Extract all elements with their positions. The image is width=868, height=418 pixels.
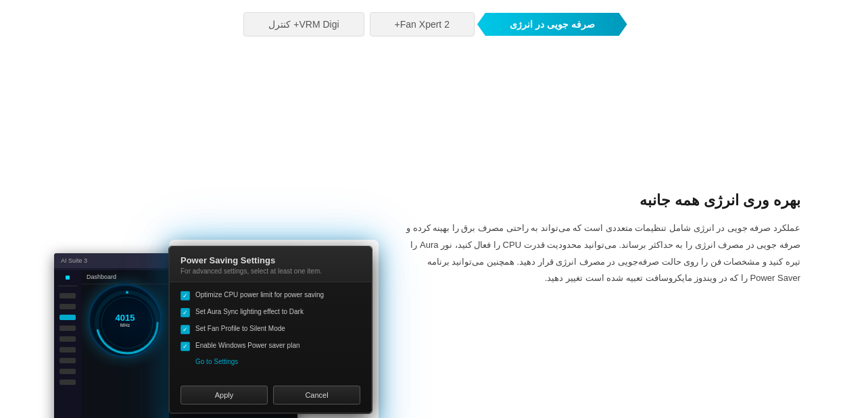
gauge-value: 4015 MHz [116, 313, 135, 329]
checkbox-item-3: ✓ Set Fan Profile to Silent Mode [180, 324, 360, 334]
checkbox-item-4: ✓ Enable Windows Power saver plan [180, 341, 360, 351]
sidebar-item-5 [59, 336, 76, 342]
text-content: بهره وری انرژی همه جانبه عملکرد صرفه جوی… [392, 192, 827, 287]
checkbox-item-2: ✓ Set Aura Sync lighting effect to Dark [180, 307, 360, 317]
dialog-header: Power Saving Settings For advanced setti… [170, 247, 371, 282]
tab-fan[interactable]: Fan Xpert 2+ [370, 12, 475, 36]
svg-point-3 [126, 291, 128, 294]
dialog-title: Power Saving Settings [180, 255, 360, 265]
goto-settings-link[interactable]: Go to Settings [195, 358, 360, 365]
checkbox-2[interactable]: ✓ [180, 308, 190, 317]
dialog-body: ✓ Optimize CPU power limit for power sav… [170, 282, 371, 380]
checkbox-3[interactable]: ✓ [180, 325, 190, 334]
checkbox-4[interactable]: ✓ [180, 342, 190, 351]
gauge-circle: 4015 MHz [88, 284, 162, 358]
sidebar-item-2 [59, 304, 76, 309]
sidebar-item-1 [59, 293, 76, 298]
sidebar-item-6 [59, 347, 76, 352]
checkbox-label-3: Set Fan Profile to Silent Mode [195, 324, 285, 334]
tab-vrm[interactable]: VRM Digi+ کنترل [243, 12, 364, 36]
top-navigation: صرفه جویی در انرژی Fan Xpert 2+ VRM Digi… [0, 12, 868, 36]
sidebar-item-8 [59, 369, 76, 374]
sidebar-item-4 [59, 325, 76, 331]
main-content: AI Suite 3 Dashboard [0, 61, 868, 418]
power-saving-dialog: Power Saving Settings For advanced setti… [169, 246, 372, 413]
gauge-number: 4015 [116, 313, 135, 323]
sidebar-item-7 [59, 358, 76, 363]
checkbox-1[interactable]: ✓ [180, 291, 190, 301]
apply-button[interactable]: Apply [180, 386, 268, 404]
app-window-title: AI Suite 3 [61, 257, 87, 264]
section-title: بهره وری انرژی همه جانبه [406, 192, 800, 209]
checkbox-label-4: Enable Windows Power saver plan [195, 341, 300, 350]
tab-energy[interactable]: صرفه جویی در انرژی [477, 13, 627, 36]
sidebar-item-3 [59, 315, 76, 320]
checkbox-label-2: Set Aura Sync lighting effect to Dark [195, 307, 304, 317]
app-sidebar [54, 270, 81, 419]
sidebar-logo [66, 276, 70, 280]
cancel-button[interactable]: Cancel [273, 386, 360, 404]
dialog-footer: Apply Cancel [170, 380, 371, 413]
sidebar-divider [58, 286, 77, 286]
sidebar-item-9 [59, 380, 76, 385]
section-body: عملکرد صرفه جویی در انرژی شامل تنظیمات م… [406, 220, 800, 287]
checkbox-label-1: Optimize CPU power limit for power savin… [195, 290, 324, 300]
cpu-gauge: 4015 MHz [88, 284, 162, 358]
dialog-subtitle: For advanced settings, select at least o… [180, 267, 360, 275]
gauge-unit: MHz [116, 323, 135, 328]
checkbox-item-1: ✓ Optimize CPU power limit for power sav… [180, 290, 360, 301]
